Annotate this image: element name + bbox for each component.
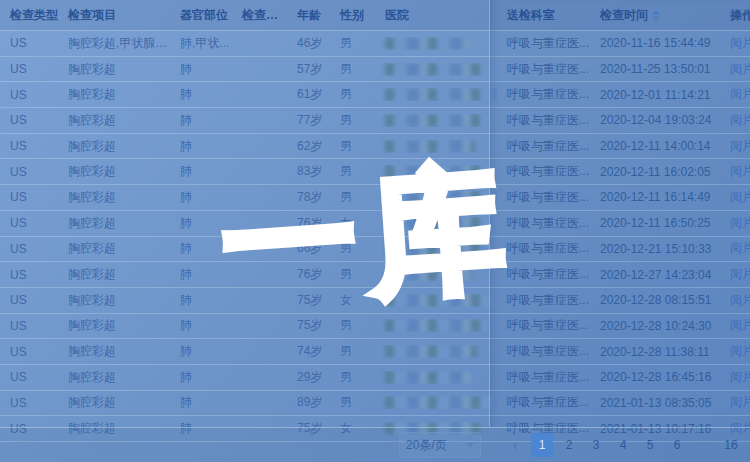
- cell-action: 阅片: [720, 163, 750, 180]
- cell-action: 阅片: [720, 138, 750, 155]
- cell-organ: 肺: [170, 138, 232, 155]
- hospital-redacted-bar: [385, 396, 495, 409]
- action-view-link[interactable]: 阅片: [730, 293, 750, 307]
- cell-exam-type: US: [0, 345, 58, 359]
- cell-age: 74岁: [287, 343, 330, 360]
- sort-desc-icon[interactable]: [652, 16, 660, 21]
- action-view-link[interactable]: 阅片: [730, 164, 750, 178]
- exam-list-screen: 检查类型检查项目器官部位检查方法年龄性别医院送检科室检查时间操作 US胸腔彩超,…: [0, 0, 750, 462]
- cell-department: 呼吸与重症医...: [497, 61, 590, 78]
- cell-hospital: [375, 345, 497, 358]
- cell-exam-item: 胸腔彩超: [58, 266, 170, 283]
- cell-organ: 肺: [170, 112, 232, 129]
- cell-action: 阅片: [720, 292, 750, 309]
- column-header-method: 检查方法: [232, 7, 287, 24]
- sort-carets-icon[interactable]: [652, 9, 660, 22]
- cell-exam-time: 2020-12-04 19:03:24: [590, 113, 720, 127]
- cell-exam-time: 2020-12-11 16:02:05: [590, 165, 720, 179]
- cell-age: 61岁: [287, 86, 330, 103]
- action-view-link[interactable]: 阅片: [730, 139, 750, 153]
- action-view-link[interactable]: 阅片: [730, 216, 750, 230]
- hospital-redacted-bar: [385, 63, 480, 76]
- cell-exam-item: 胸腔彩超: [58, 369, 170, 386]
- cell-hospital: [375, 63, 497, 76]
- page-button-5[interactable]: 5: [639, 433, 661, 457]
- hospital-redacted-bar: [385, 37, 470, 50]
- cell-exam-type: US: [0, 88, 58, 102]
- action-view-link[interactable]: 阅片: [730, 267, 750, 281]
- cell-gender: 男: [330, 369, 375, 386]
- cell-age: 46岁: [287, 35, 330, 52]
- page-button-4[interactable]: 4: [612, 433, 634, 457]
- cell-exam-item: 胸腔彩超: [58, 138, 170, 155]
- more-pages-indicator[interactable]: •••: [693, 433, 715, 457]
- cell-action: 阅片: [720, 394, 750, 411]
- cell-gender: 男: [330, 317, 375, 334]
- action-view-link[interactable]: 阅片: [730, 318, 750, 332]
- action-view-link[interactable]: 阅片: [730, 344, 750, 358]
- cell-organ: 肺: [170, 292, 232, 309]
- cell-department: 呼吸与重症医...: [497, 86, 590, 103]
- cell-action: 阅片: [720, 369, 750, 386]
- cell-gender: 男: [330, 343, 375, 360]
- cell-exam-type: US: [0, 62, 58, 76]
- cell-exam-time: 2020-11-25 13:50:01: [590, 62, 720, 76]
- page-number-list: 123456•••16: [531, 433, 742, 457]
- cell-age: 77岁: [287, 112, 330, 129]
- page-button-2[interactable]: 2: [558, 433, 580, 457]
- table-row: US胸腔彩超肺29岁男呼吸与重症医...2020-12-28 16:45:16阅…: [0, 365, 750, 391]
- cell-gender: 男: [330, 138, 375, 155]
- page-button-3[interactable]: 3: [585, 433, 607, 457]
- cell-organ: 肺: [170, 266, 232, 283]
- cell-exam-time: 2020-12-11 14:00:14: [590, 139, 720, 153]
- action-view-link[interactable]: 阅片: [730, 36, 750, 50]
- table-row: US胸腔彩超肺89岁男呼吸与重症医...2021-01-13 08:35:05阅…: [0, 391, 750, 417]
- cell-age: 62岁: [287, 138, 330, 155]
- cell-organ: 肺,甲状...: [170, 35, 232, 52]
- cell-exam-item: 胸腔彩超: [58, 163, 170, 180]
- cell-organ: 肺: [170, 369, 232, 386]
- page-button-1[interactable]: 1: [531, 433, 553, 457]
- column-header-hospital: 医院: [375, 7, 497, 24]
- action-view-link[interactable]: 阅片: [730, 113, 750, 127]
- cell-action: 阅片: [720, 61, 750, 78]
- cell-hospital: [375, 88, 497, 101]
- cell-exam-type: US: [0, 396, 58, 410]
- sort-asc-icon[interactable]: [652, 10, 660, 15]
- column-header-department: 送检科室: [497, 7, 590, 24]
- cell-exam-item: 胸腔彩超: [58, 240, 170, 257]
- cell-exam-type: US: [0, 370, 58, 384]
- cell-hospital: [375, 114, 497, 127]
- page-button-16[interactable]: 16: [720, 433, 742, 457]
- cell-exam-type: US: [0, 319, 58, 333]
- cell-exam-type: US: [0, 165, 58, 179]
- cell-organ: 肺: [170, 317, 232, 334]
- chevron-down-icon: [466, 443, 474, 448]
- cell-exam-type: US: [0, 139, 58, 153]
- action-view-link[interactable]: 阅片: [730, 370, 750, 384]
- cell-action: 阅片: [720, 215, 750, 232]
- column-header-type: 检查类型: [0, 7, 58, 24]
- page-button-6[interactable]: 6: [666, 433, 688, 457]
- cell-department: 呼吸与重症医...: [497, 35, 590, 52]
- action-view-link[interactable]: 阅片: [730, 395, 750, 409]
- cell-department: 呼吸与重症医...: [497, 343, 590, 360]
- cell-gender: 男: [330, 112, 375, 129]
- table-row: US胸腔彩超肺57岁男呼吸与重症医...2020-11-25 13:50:01阅…: [0, 57, 750, 83]
- cell-exam-type: US: [0, 293, 58, 307]
- action-view-link[interactable]: 阅片: [730, 62, 750, 76]
- cell-gender: 男: [330, 35, 375, 52]
- column-header-action: 操作: [720, 7, 750, 24]
- prev-page-button[interactable]: ‹: [504, 433, 526, 457]
- column-header-gender: 性别: [330, 7, 375, 24]
- cell-exam-item: 胸腔彩超: [58, 317, 170, 334]
- cell-exam-type: US: [0, 216, 58, 230]
- cell-exam-type: US: [0, 190, 58, 204]
- action-view-link[interactable]: 阅片: [730, 87, 750, 101]
- cell-exam-item: 胸腔彩超: [58, 292, 170, 309]
- action-view-link[interactable]: 阅片: [730, 241, 750, 255]
- column-header-time[interactable]: 检查时间: [590, 7, 720, 24]
- cell-exam-time: 2020-12-11 16:50:25: [590, 216, 720, 230]
- page-size-select[interactable]: 20条/页: [399, 432, 481, 458]
- action-view-link[interactable]: 阅片: [730, 190, 750, 204]
